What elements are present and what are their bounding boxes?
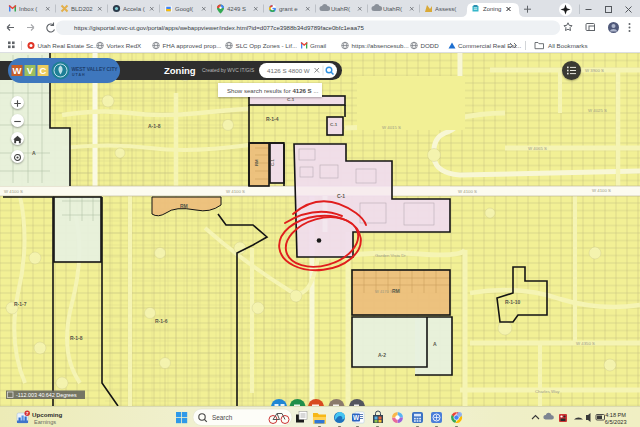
svg-text:Gmail: Gmail [310,42,326,49]
svg-text:C-1: C-1 [330,122,338,127]
svg-text:Zoning: Zoning [483,6,501,12]
svg-text:W 4170 S: W 4170 S [375,289,393,294]
svg-text:W 3900 S: W 3900 S [585,68,604,73]
svg-text:grant e: grant e [279,6,298,12]
svg-text:UTAH: UTAH [72,73,86,77]
svg-text:Accela (: Accela ( [123,6,145,12]
svg-text:RM: RM [180,203,188,209]
svg-text:Googl(: Googl( [175,6,193,12]
svg-text:Inbox (: Inbox ( [19,6,37,12]
svg-text:W 4015 S: W 4015 S [382,125,401,130]
svg-text:C-1: C-1 [337,193,345,199]
svg-text:FHA approved prop...: FHA approved prop... [163,42,222,49]
svg-text:-112.003 40.642 Degrees: -112.003 40.642 Degrees [16,392,77,398]
svg-text:Assess(: Assess( [435,6,456,12]
svg-text:Vortex RedX: Vortex RedX [107,42,142,49]
svg-text:Search: Search [212,414,233,421]
svg-text:R-1-8: R-1-8 [70,335,83,341]
svg-text:Charles Way: Charles Way [535,389,560,394]
svg-text:W 4100 S: W 4100 S [226,189,245,194]
svg-text:W: W [353,414,360,421]
svg-text:DODD: DODD [421,42,440,49]
svg-text:Garden Vista Dr: Garden Vista Dr [375,253,406,258]
svg-text:RM: RM [254,159,259,166]
svg-text:R-1-6: R-1-6 [155,318,168,324]
svg-text:R-1-4: R-1-4 [266,116,279,122]
svg-text:Earnings: Earnings [34,419,56,425]
svg-text:BLD202: BLD202 [71,6,93,12]
svg-text:W 4025 S: W 4025 S [588,108,607,113]
svg-text:C-1: C-1 [270,159,275,166]
svg-text:R-1-7: R-1-7 [14,301,27,307]
svg-text:A: A [433,341,437,347]
svg-text:UtahR(: UtahR( [383,6,402,12]
svg-text:W 4100 S: W 4100 S [4,189,23,194]
svg-text:4:18 PM: 4:18 PM [605,412,626,418]
svg-text:WEST VALLEY CITY: WEST VALLEY CITY [72,67,119,72]
svg-text:6/5/2023: 6/5/2023 [605,419,627,425]
svg-text:C: C [40,65,47,76]
svg-text:C-1: C-1 [287,97,295,102]
svg-text:A-1-8: A-1-8 [148,123,161,129]
svg-text:All Bookmarks: All Bookmarks [548,42,588,49]
svg-text:Upcoming: Upcoming [32,411,62,418]
svg-text:4126 S 4800 W: 4126 S 4800 W [267,67,310,74]
svg-text:RM: RM [392,288,400,294]
svg-text:W 4100 S: W 4100 S [592,188,611,193]
svg-text:https://absencesub...: https://absencesub... [352,42,409,49]
svg-text:W 4065 S: W 4065 S [528,146,547,151]
svg-text:Utah Real Estate Sc...: Utah Real Estate Sc... [38,42,99,49]
svg-text:A-2: A-2 [378,352,386,358]
svg-text:R-1-10: R-1-10 [505,299,521,305]
svg-text:4249 S: 4249 S [227,6,246,12]
svg-text:UtahR(: UtahR( [331,6,350,12]
svg-text:V: V [27,65,34,76]
svg-text:W: W [13,65,22,76]
svg-text:SLC Opp Zones - Lif...: SLC Opp Zones - Lif... [236,42,298,49]
svg-text:A: A [32,150,36,156]
svg-text:W 4350 S: W 4350 S [576,341,595,346]
svg-text:W 4100 S: W 4100 S [458,189,477,194]
